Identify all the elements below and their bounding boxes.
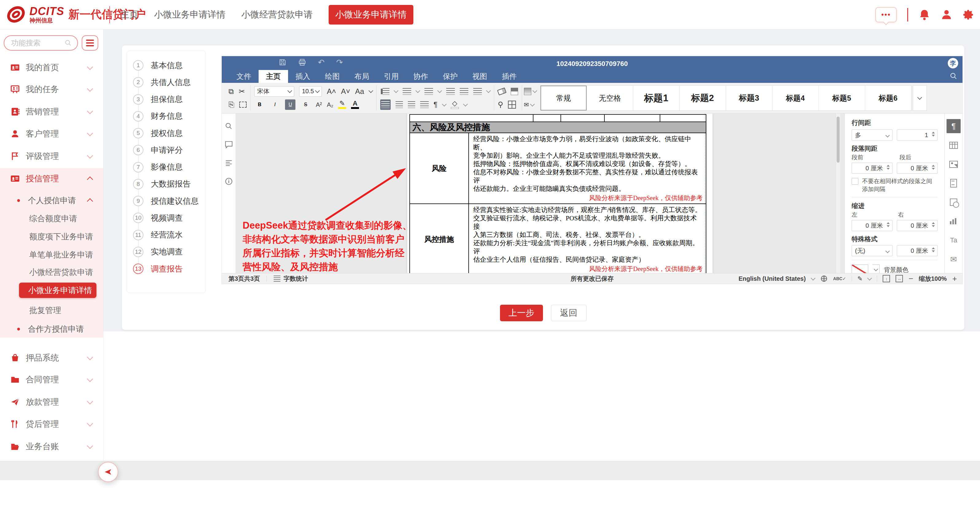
strikethrough-icon[interactable]: S: [301, 100, 311, 110]
step-scoring[interactable]: 6申请评分: [133, 144, 199, 156]
print-icon[interactable]: [298, 58, 306, 66]
menu-tab-draw[interactable]: 绘图: [318, 70, 347, 83]
menu-toggle-button[interactable]: [82, 35, 98, 51]
cut-icon[interactable]: ✂: [239, 88, 245, 95]
text-art-icon[interactable]: Ta: [947, 233, 961, 247]
bold-icon[interactable]: B: [254, 100, 265, 110]
align-right-icon[interactable]: [408, 101, 415, 108]
sidebar-item-my-home[interactable]: 我的首页: [0, 57, 103, 79]
sidebar-item-approval-mgmt[interactable]: 批复管理: [0, 302, 103, 319]
style-heading3[interactable]: 标题3: [726, 86, 772, 111]
chart-settings-icon[interactable]: [947, 214, 961, 228]
back-button[interactable]: 返回: [551, 305, 587, 321]
info-icon[interactable]: [225, 178, 233, 186]
tab-micro-detail[interactable]: 小微业务申请详情: [154, 9, 226, 21]
shading-icon[interactable]: [511, 88, 518, 95]
step-video-survey[interactable]: 10视频调查: [133, 212, 199, 224]
menu-tab-layout[interactable]: 布局: [347, 70, 377, 83]
style-heading5[interactable]: 标题5: [819, 86, 865, 111]
menu-tab-protection[interactable]: 保护: [436, 70, 465, 83]
bullet-list-icon[interactable]: [383, 88, 390, 95]
paragraph-marks-icon[interactable]: ¶: [434, 101, 438, 108]
select-icon[interactable]: [239, 102, 247, 108]
multilevel-list-icon[interactable]: [425, 88, 433, 95]
style-heading4[interactable]: 标题4: [772, 86, 819, 111]
indent-right-input[interactable]: 0 厘米: [897, 220, 938, 231]
fit-width-icon[interactable]: ↔: [896, 275, 903, 282]
menu-tab-insert[interactable]: 插入: [288, 70, 318, 83]
table-settings-icon[interactable]: [947, 138, 961, 152]
style-normal[interactable]: 常规: [541, 86, 587, 111]
bell-icon[interactable]: [919, 9, 930, 21]
sidebar-item-single-batch[interactable]: 单笔单批业务申请: [0, 246, 103, 263]
grow-font-icon[interactable]: A˄: [327, 88, 336, 95]
step-bigdata-report[interactable]: 8大数据报告: [133, 178, 199, 190]
track-changes-icon[interactable]: ✎: [858, 276, 863, 282]
image-settings-icon[interactable]: [947, 157, 961, 171]
step-business-flow[interactable]: 11经营流水: [133, 229, 199, 241]
find-icon[interactable]: [225, 122, 233, 130]
fit-page-icon[interactable]: ↕: [883, 275, 890, 282]
zoom-in-button[interactable]: +: [952, 274, 957, 284]
sidebar-item-collateral[interactable]: 押品系统: [0, 347, 103, 369]
page-color-icon[interactable]: [524, 88, 531, 95]
document-scrollbar[interactable]: [836, 114, 840, 273]
stepper-icon[interactable]: [932, 222, 935, 227]
indent-left-input[interactable]: 0 厘米: [852, 220, 892, 231]
stepper-icon[interactable]: [932, 247, 935, 252]
menu-tab-collaboration[interactable]: 协作: [406, 70, 436, 83]
copy-icon[interactable]: ⧉: [229, 88, 234, 95]
tab-home[interactable]: 主页: [120, 9, 138, 21]
globe-icon[interactable]: [820, 275, 828, 282]
borders-icon[interactable]: [508, 101, 516, 109]
menu-tab-plugins[interactable]: 插件: [495, 70, 524, 83]
shading-color-icon[interactable]: ◇: [451, 100, 459, 109]
stepper-icon[interactable]: [887, 165, 890, 170]
paragraph-settings-icon[interactable]: ¶: [947, 119, 961, 133]
menu-tab-references[interactable]: 引用: [377, 70, 406, 83]
no-gap-checkbox[interactable]: [852, 178, 858, 185]
step-coborrower[interactable]: 2共借人信息: [133, 76, 199, 88]
style-heading2[interactable]: 标题2: [679, 86, 726, 111]
underline-icon[interactable]: U: [285, 100, 296, 110]
subscript-icon[interactable]: A₂: [327, 102, 333, 108]
increase-indent-icon[interactable]: [460, 88, 468, 95]
language-select[interactable]: English (United States): [738, 275, 806, 282]
sidebar-item-business-ledger[interactable]: 业务台账: [0, 435, 103, 457]
stepper-icon[interactable]: [887, 222, 890, 227]
step-authorization[interactable]: 5授权信息: [133, 127, 199, 139]
menu-tab-view[interactable]: 视图: [465, 70, 495, 83]
sidebar-search[interactable]: [4, 35, 78, 51]
shrink-font-icon[interactable]: A˅: [341, 88, 350, 95]
sidebar-item-customers[interactable]: 客户管理: [0, 123, 103, 145]
step-guarantee[interactable]: 3担保信息: [133, 93, 199, 106]
avatar[interactable]: 李: [948, 58, 958, 68]
sidebar-item-rating[interactable]: 评级管理: [0, 145, 103, 167]
spellcheck-icon[interactable]: ABC✓: [833, 276, 846, 281]
previous-step-button[interactable]: 上一步: [500, 305, 543, 321]
sidebar-item-under-quota[interactable]: 额度项下业务申请: [0, 228, 103, 245]
style-heading6[interactable]: 标题6: [865, 86, 911, 111]
decrease-indent-icon[interactable]: [446, 88, 455, 95]
word-count[interactable]: 字数统计: [267, 273, 315, 284]
sidebar-item-contracts[interactable]: 合同管理: [0, 368, 103, 391]
style-heading1[interactable]: 标题1: [633, 86, 679, 111]
sidebar-item-partner-credit[interactable]: 合作方授信申请: [0, 320, 103, 338]
change-case-icon[interactable]: Aa: [355, 88, 364, 95]
font-color-icon[interactable]: A: [351, 100, 359, 109]
numbered-list-icon[interactable]: [402, 88, 411, 95]
search-input[interactable]: [10, 38, 64, 48]
step-field-survey[interactable]: 12实地调查: [133, 246, 199, 258]
font-family-select[interactable]: 宋体: [254, 86, 294, 97]
sidebar-item-my-tasks[interactable]: 我的任务: [0, 78, 103, 100]
style-no-spacing[interactable]: 无空格: [587, 86, 633, 111]
user-icon[interactable]: [941, 9, 952, 21]
spacing-after-input[interactable]: 0 厘米: [897, 163, 938, 174]
align-justify-icon[interactable]: [420, 101, 429, 108]
sidebar-item-micro-detail-active[interactable]: 小微业务申请详情: [19, 282, 96, 298]
superscript-icon[interactable]: A²: [316, 102, 322, 108]
tab-micro-detail-active[interactable]: 小微业务申请详情: [329, 5, 414, 25]
sidebar-collapse-button[interactable]: [98, 462, 118, 482]
background-color-dropdown[interactable]: [872, 265, 880, 273]
step-credit-advice[interactable]: 9授信建议信息: [133, 195, 199, 207]
